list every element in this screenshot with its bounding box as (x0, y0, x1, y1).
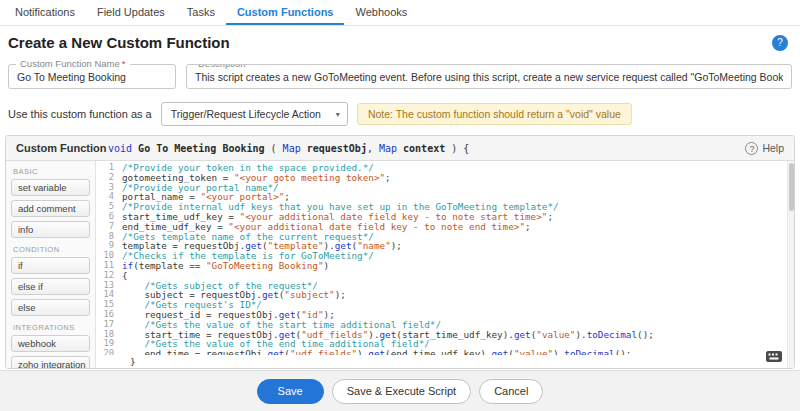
usage-label: Use this custom function as a (8, 108, 152, 120)
tab-bar: NotificationsField UpdatesTasksCustom Fu… (0, 0, 800, 26)
snippet-webhook[interactable]: webhook (11, 335, 90, 352)
save-execute-button[interactable]: Save & Execute Script (332, 379, 471, 404)
void-return-note: Note: The custom function should return … (357, 103, 632, 125)
custom-function-name-field[interactable]: Custom Function Name* (8, 64, 176, 89)
code-line[interactable]: 11if(template == "GoToMeeting Booking") (96, 261, 787, 271)
page-help-icon[interactable]: ? (772, 35, 788, 51)
help-label: Help (762, 142, 784, 154)
custom-function-page: NotificationsField UpdatesTasksCustom Fu… (0, 0, 800, 369)
footer-bar: Save Save & Execute Script Cancel (0, 370, 800, 411)
form-row: Custom Function Name* Description (0, 56, 800, 89)
snippet-if[interactable]: if (11, 257, 90, 274)
usage-row: Use this custom function as a Trigger/Re… (0, 89, 800, 135)
editor-sidebar: BASICset variableadd commentinfoCONDITIO… (6, 161, 96, 368)
description-field[interactable]: Description (186, 64, 792, 89)
tab-custom-functions[interactable]: Custom Functions (226, 0, 345, 25)
snippet-else-if[interactable]: else if (11, 278, 90, 295)
editor-scrollbar-thumb[interactable] (789, 163, 794, 211)
save-button[interactable]: Save (257, 379, 324, 404)
snippet-set-variable[interactable]: set variable (11, 179, 90, 196)
closing-brace: } (96, 355, 787, 368)
snippet-add-comment[interactable]: add comment (11, 200, 90, 217)
help-icon: ? (745, 142, 758, 155)
snippet-else[interactable]: else (11, 299, 90, 316)
editor-panel-title: Custom Function (16, 142, 108, 154)
function-type-select[interactable]: Trigger/Request Lifecycle Action ▾ (161, 102, 348, 126)
custom-function-name-input[interactable] (17, 71, 167, 83)
tab-webhooks[interactable]: Webhooks (344, 0, 418, 25)
snippet-zoho-integration[interactable]: zoho integration (11, 356, 90, 368)
sidebar-section-basic: BASIC (13, 167, 88, 176)
custom-function-name-label: Custom Function Name* (16, 58, 130, 69)
tab-tasks[interactable]: Tasks (176, 0, 226, 25)
editor-header: Custom Function void Go_To_Meeting_Booki… (6, 136, 794, 161)
tab-notifications[interactable]: Notifications (4, 0, 86, 25)
title-row: Create a New Custom Function ? (0, 26, 800, 56)
editor-help-link[interactable]: ? Help (745, 142, 784, 155)
tab-field-updates[interactable]: Field Updates (86, 0, 176, 25)
function-type-selected-value: Trigger/Request Lifecycle Action (171, 108, 321, 120)
cancel-button[interactable]: Cancel (479, 379, 543, 404)
required-asterisk: * (122, 58, 126, 69)
function-signature: void Go_To_Meeting_Booking ( Map request… (108, 143, 745, 154)
sidebar-section-condition: CONDITION (13, 245, 88, 254)
keyboard-icon[interactable] (766, 351, 782, 364)
description-label: Description (194, 64, 250, 69)
custom-function-editor: Custom Function void Go_To_Meeting_Booki… (5, 135, 795, 369)
description-input[interactable] (195, 71, 783, 83)
editor-body: BASICset variableadd commentinfoCONDITIO… (6, 161, 794, 368)
code-text: if(template == "GoToMeeting Booking") (122, 261, 329, 271)
chevron-down-icon: ▾ (336, 110, 340, 119)
page-title: Create a New Custom Function (8, 34, 230, 51)
code-lines: 1/*Provide your token in the space provi… (96, 161, 787, 355)
editor-scrollbar[interactable] (787, 161, 794, 368)
snippet-info[interactable]: info (11, 221, 90, 238)
sidebar-section-integrations: INTEGRATIONS (13, 323, 88, 332)
code-region[interactable]: 1/*Provide your token in the space provi… (96, 161, 794, 368)
